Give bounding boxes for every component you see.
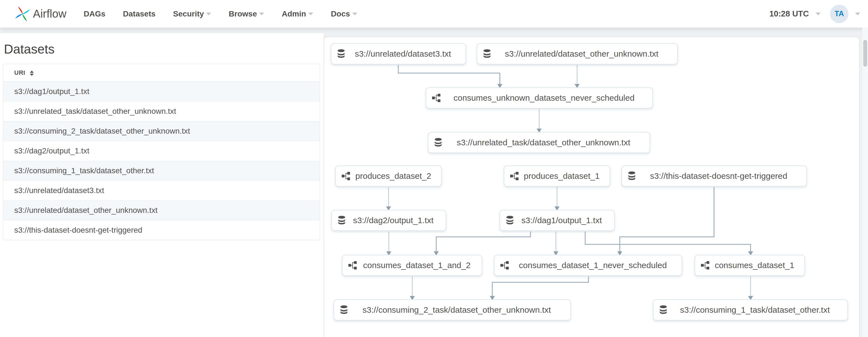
dag-icon (432, 93, 441, 102)
graph-node-label: s3://consuming_1_task/dataset_other.txt (668, 305, 842, 315)
graph-node-label: consumes_dataset_1 (710, 261, 799, 270)
graph-node-dag[interactable]: consumes_dataset_1_never_scheduled (494, 255, 682, 276)
user-menu-caret-icon[interactable] (855, 12, 860, 16)
database-icon (434, 138, 442, 147)
datasets-table-body: s3://dag1/output_1.txts3://unrelated_tas… (3, 82, 320, 240)
chevron-down-icon (308, 12, 313, 16)
graph-node-label: s3://dag1/output_1.txt (514, 216, 609, 225)
database-icon (627, 171, 636, 181)
graph-node-label: consumes_dataset_1_never_scheduled (509, 261, 677, 270)
database-icon (659, 305, 668, 315)
brand-wordmark: Airflow (33, 7, 66, 20)
database-icon (506, 216, 514, 225)
chevron-down-icon (206, 12, 211, 16)
avatar[interactable]: TA (830, 5, 848, 23)
graph-node-dag[interactable]: consumes_unknown_datasets_never_schedule… (426, 87, 653, 109)
datasets-list-panel: Datasets URI s3://dag1/output_1.txts3://… (0, 33, 323, 337)
dag-icon (500, 261, 509, 270)
graph-node-dag[interactable]: produces_dataset_1 (504, 165, 610, 187)
datasets-table: URI s3://dag1/output_1.txts3://unrelated… (3, 64, 320, 240)
dependency-graph-panel (323, 36, 860, 337)
graph-node-dataset[interactable]: s3://unrelated/dataset_other_unknown.txt (477, 43, 678, 64)
graph-node-label: produces_dataset_1 (519, 171, 605, 181)
nav-item-admin[interactable]: Admin (282, 9, 313, 19)
graph-node-label: produces_dataset_2 (350, 171, 436, 181)
dag-icon (341, 172, 350, 181)
table-row[interactable]: s3://consuming_1_task/dataset_other.txt (3, 161, 320, 181)
sort-icon (30, 70, 34, 76)
dataset-uri-cell[interactable]: s3://dag1/output_1.txt (3, 82, 320, 101)
graph-node-dataset[interactable]: s3://unrelated/dataset3.txt (331, 43, 466, 64)
chevron-down-icon (352, 12, 357, 16)
graph-node-dag[interactable]: produces_dataset_2 (335, 165, 442, 187)
navbar: Airflow DAGsDatasetsSecurityBrowseAdminD… (0, 0, 868, 28)
nav-item-security[interactable]: Security (173, 9, 211, 19)
nav-item-dags[interactable]: DAGs (84, 9, 105, 19)
graph-node-label: s3://dag2/output_1.txt (346, 216, 441, 225)
dataset-uri-cell[interactable]: s3://this-dataset-doesnt-get-triggered (3, 220, 320, 240)
table-row[interactable]: s3://dag2/output_1.txt (3, 141, 320, 161)
nav-item-browse[interactable]: Browse (229, 9, 264, 19)
dag-icon (348, 261, 357, 270)
table-row[interactable]: s3://dag1/output_1.txt (3, 82, 320, 101)
dataset-uri-cell[interactable]: s3://consuming_2_task/dataset_other_unkn… (3, 121, 320, 141)
chevron-down-icon (259, 12, 264, 16)
scrollbar-thumb[interactable] (863, 40, 867, 67)
airflow-logo-icon (15, 5, 30, 23)
database-icon (337, 49, 345, 59)
database-icon (340, 305, 348, 315)
graph-node-dataset[interactable]: s3://this-dataset-doesnt-get-triggered (621, 165, 807, 187)
navbar-right: 10:28 UTC TA (769, 0, 860, 28)
table-row[interactable]: s3://unrelated_task/dataset_other_unknow… (3, 101, 320, 121)
nav-item-datasets[interactable]: Datasets (123, 9, 156, 19)
dataset-uri-cell[interactable]: s3://unrelated_task/dataset_other_unknow… (3, 101, 320, 121)
graph-node-dag[interactable]: consumes_dataset_1_and_2 (342, 255, 482, 276)
nav-menu: DAGsDatasetsSecurityBrowseAdminDocs (84, 9, 357, 19)
database-icon (483, 49, 491, 59)
graph-node-dataset[interactable]: s3://consuming_1_task/dataset_other.txt (653, 299, 848, 320)
graph-node-dataset[interactable]: s3://consuming_2_task/dataset_other_unkn… (334, 299, 571, 320)
clock-caret-icon[interactable] (815, 12, 820, 16)
dataset-uri-cell[interactable]: s3://dag2/output_1.txt (3, 141, 320, 161)
dataset-uri-cell[interactable]: s3://unrelated/dataset3.txt (3, 181, 320, 201)
nav-item-docs[interactable]: Docs (331, 9, 357, 19)
dag-icon (701, 261, 710, 270)
dataset-uri-cell[interactable]: s3://consuming_1_task/dataset_other.txt (3, 161, 320, 181)
graph-node-label: s3://this-dataset-doesnt-get-triggered (636, 171, 801, 181)
page-title: Datasets (4, 41, 323, 57)
table-row[interactable]: s3://this-dataset-doesnt-get-triggered (3, 220, 320, 240)
uri-column-header[interactable]: URI (3, 64, 320, 82)
graph-node-label: s3://consuming_2_task/dataset_other_unkn… (348, 305, 565, 315)
scrollbar-track[interactable] (862, 28, 868, 337)
graph-node-label: s3://unrelated/dataset3.txt (345, 49, 461, 59)
table-row[interactable]: s3://unrelated/dataset3.txt (3, 181, 320, 201)
graph-node-dataset[interactable]: s3://unrelated_task/dataset_other_unknow… (428, 132, 650, 153)
graph-node-label: consumes_unknown_datasets_never_schedule… (441, 93, 647, 103)
table-row[interactable]: s3://unrelated/dataset_other_unknown.txt (3, 201, 320, 220)
graph-node-label: s3://unrelated_task/dataset_other_unknow… (442, 138, 645, 147)
graph-node-dag[interactable]: consumes_dataset_1 (694, 255, 805, 276)
graph-node-label: s3://unrelated/dataset_other_unknown.txt (491, 49, 672, 59)
dataset-uri-cell[interactable]: s3://unrelated/dataset_other_unknown.txt (3, 201, 320, 220)
table-row[interactable]: s3://consuming_2_task/dataset_other_unkn… (3, 121, 320, 141)
graph-node-dataset[interactable]: s3://dag1/output_1.txt (500, 210, 615, 231)
uri-column-label: URI (14, 69, 25, 76)
database-icon (338, 216, 346, 225)
clock-label[interactable]: 10:28 UTC (769, 9, 809, 19)
graph-node-dataset[interactable]: s3://dag2/output_1.txt (331, 210, 446, 231)
graph-node-label: consumes_dataset_1_and_2 (357, 261, 477, 270)
dag-icon (510, 172, 519, 181)
airflow-brand[interactable]: Airflow (15, 5, 66, 23)
